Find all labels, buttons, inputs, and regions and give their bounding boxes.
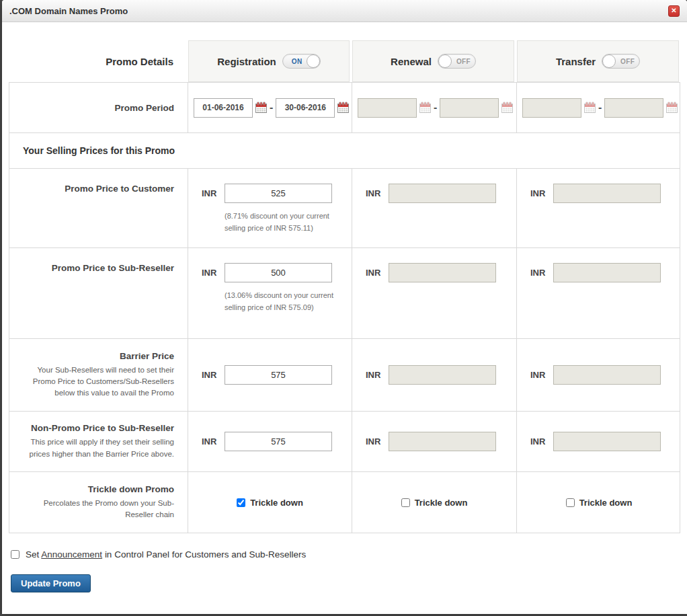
registration-period-cell: - — [188, 83, 352, 132]
announcement-suffix: in Control Panel for Customers and Sub-R… — [105, 549, 306, 560]
date-range-separator: - — [598, 102, 602, 114]
toggle-state-label: OFF — [456, 58, 471, 65]
row-description: This price will apply if they set their … — [23, 436, 174, 460]
modal-content: Promo Details Registration ON Renewal OF… — [2, 40, 687, 592]
row-label-cell: Promo Price to Customer — [9, 169, 188, 247]
transfer-price-cell: INR — [516, 339, 681, 411]
promo-price-customer-row: Promo Price to Customer INR (8.71% disco… — [9, 168, 680, 247]
announcement-link[interactable]: Announcement — [41, 549, 102, 560]
currency-label: INR — [366, 268, 383, 278]
trickle-down-row: Trickle down Promo Percolates the Promo … — [9, 471, 680, 533]
renewal-toggle[interactable]: OFF — [438, 54, 476, 69]
customer-price-transfer-input — [553, 184, 661, 203]
barrier-price-transfer-input — [553, 365, 661, 385]
registration-price-cell: INR (8.71% discount on your current sell… — [188, 169, 352, 247]
modal-titlebar: .COM Domain Names Promo ✕ — [2, 0, 687, 22]
row-description: Percolates the Promo down your Sub-Resel… — [40, 498, 174, 521]
selling-prices-section-header: Your Selling Prices for this Promo — [9, 132, 680, 168]
modal-title: .COM Domain Names Promo — [9, 6, 128, 16]
toggle-state-label: OFF — [620, 58, 635, 65]
currency-label: INR — [530, 370, 548, 380]
transfer-period-cell: - — [516, 83, 681, 132]
announcement-row: Set Announcement in Control Panel for Cu… — [11, 549, 680, 560]
date-range-separator: - — [434, 102, 437, 114]
renewal-price-cell: INR — [352, 248, 516, 338]
renewal-start-date-input — [358, 98, 417, 118]
subreseller-price-registration-input[interactable] — [225, 263, 332, 282]
renewal-trickle-cell: Trickle down — [352, 472, 516, 533]
subreseller-price-transfer-input — [553, 263, 661, 282]
promo-period-row: Promo Period - - — [9, 83, 680, 132]
promo-modal: .COM Domain Names Promo ✕ Promo Details … — [2, 0, 687, 614]
promo-table: Promo Period - - — [9, 82, 680, 533]
trickle-down-transfer-checkbox[interactable] — [566, 498, 575, 507]
currency-label: INR — [366, 436, 383, 447]
row-label: Trickle down Promo — [88, 484, 174, 494]
calendar-icon — [419, 102, 431, 114]
customer-price-renewal-input — [389, 184, 496, 203]
barrier-price-registration-input[interactable] — [225, 365, 332, 385]
registration-price-cell: INR — [188, 412, 352, 471]
discount-note: (8.71% discount on your current selling … — [225, 210, 344, 234]
nonpromo-price-registration-input[interactable] — [225, 432, 332, 451]
date-range-separator: - — [270, 102, 273, 114]
toggle-knob-icon — [438, 54, 452, 68]
promo-period-label-cell: Promo Period — [9, 83, 188, 132]
barrier-price-row: Barrier Price Your Sub-Resellers will ne… — [9, 338, 680, 411]
currency-label: INR — [366, 370, 383, 380]
row-description: Your Sub-Resellers will need to set thei… — [23, 364, 174, 399]
row-label: Barrier Price — [120, 351, 174, 361]
trickle-down-label: Trickle down — [250, 498, 303, 508]
toggle-knob-icon — [307, 54, 320, 68]
discount-note: (13.06% discount on your current selling… — [225, 289, 344, 313]
column-header-transfer: Transfer OFF — [517, 40, 679, 82]
row-label: Promo Price to Sub-Reseller — [52, 263, 174, 273]
registration-price-cell: INR — [188, 339, 352, 411]
calendar-icon — [666, 102, 678, 114]
set-announcement-checkbox[interactable] — [11, 550, 19, 559]
calendar-icon — [501, 102, 513, 114]
row-label-cell: Promo Price to Sub-Reseller — [9, 248, 188, 338]
toggle-state-label: ON — [292, 58, 302, 65]
registration-price-cell: INR (13.06% discount on your current sel… — [188, 248, 352, 338]
currency-label: INR — [530, 436, 548, 447]
column-header-renewal: Renewal OFF — [352, 40, 514, 82]
calendar-icon[interactable] — [255, 102, 267, 114]
announcement-prefix: Set — [26, 549, 39, 560]
nonpromo-price-renewal-input — [389, 432, 496, 451]
announcement-text: Set Announcement in Control Panel for Cu… — [26, 549, 306, 560]
column-header-row: Promo Details Registration ON Renewal OF… — [9, 40, 680, 82]
transfer-toggle[interactable]: OFF — [602, 54, 640, 69]
currency-label: INR — [530, 268, 548, 278]
promo-price-subreseller-row: Promo Price to Sub-Reseller INR (13.06% … — [9, 247, 680, 338]
renewal-label: Renewal — [391, 56, 432, 67]
renewal-price-cell: INR — [352, 169, 516, 247]
registration-start-date-input[interactable] — [194, 98, 253, 118]
trickle-down-label: Trickle down — [415, 498, 468, 508]
row-label: Promo Price to Customer — [65, 184, 174, 194]
renewal-period-cell: - — [352, 83, 516, 132]
registration-toggle[interactable]: ON — [282, 54, 321, 69]
calendar-icon[interactable] — [337, 102, 349, 114]
subreseller-price-renewal-input — [389, 263, 496, 282]
row-label: Non-Promo Price to Sub-Reseller — [31, 423, 174, 433]
row-label-cell: Non-Promo Price to Sub-Reseller This pri… — [9, 412, 188, 471]
currency-label: INR — [366, 188, 383, 198]
toggle-knob-icon — [602, 54, 616, 68]
calendar-icon — [584, 102, 596, 114]
customer-price-registration-input[interactable] — [225, 184, 332, 203]
trickle-down-renewal-checkbox[interactable] — [401, 498, 410, 507]
transfer-end-date-input — [604, 98, 663, 118]
update-promo-button[interactable]: Update Promo — [11, 574, 91, 592]
promo-details-header: Promo Details — [9, 40, 187, 82]
barrier-price-renewal-input — [389, 365, 496, 385]
registration-end-date-input[interactable] — [276, 98, 335, 118]
renewal-end-date-input — [440, 98, 499, 118]
currency-label: INR — [202, 268, 219, 278]
currency-label: INR — [202, 436, 219, 447]
trickle-down-registration-checkbox[interactable] — [237, 498, 245, 507]
transfer-price-cell: INR — [516, 248, 681, 338]
transfer-start-date-input — [522, 98, 581, 118]
close-icon[interactable]: ✕ — [668, 5, 680, 17]
renewal-price-cell: INR — [352, 412, 516, 471]
